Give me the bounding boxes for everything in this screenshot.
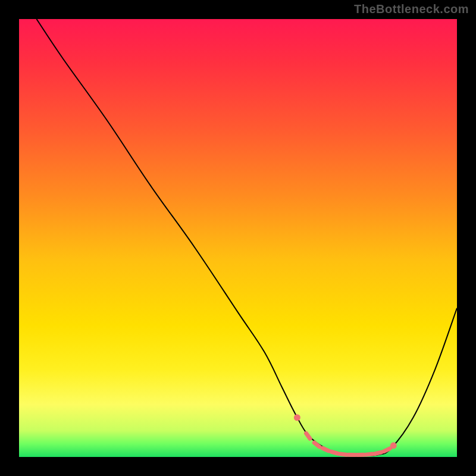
watermark-text: TheBottleneck.com <box>354 2 469 16</box>
marker-dash <box>340 454 346 455</box>
marker-dash <box>375 452 381 454</box>
marker-dash <box>366 454 372 455</box>
marker-dash <box>331 452 338 453</box>
gradient-background <box>19 19 457 457</box>
marker-dash <box>384 449 390 452</box>
marker-end-dot <box>294 414 300 421</box>
marker-dash <box>322 448 328 451</box>
plot-svg <box>19 19 457 457</box>
chart-container: TheBottleneck.com <box>0 0 476 476</box>
plot-area <box>19 19 457 457</box>
marker-end-dot <box>390 442 397 449</box>
